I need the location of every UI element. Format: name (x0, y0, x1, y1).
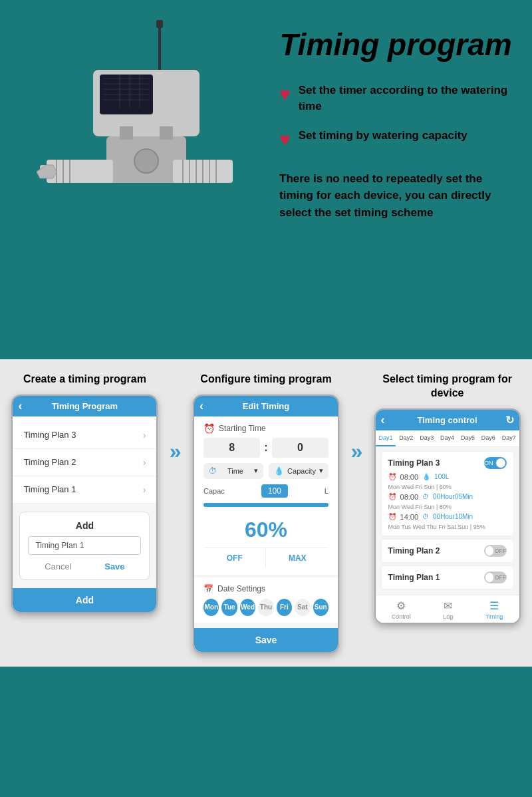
type-row: ⏱ Time ▾ 💧 Capacity ▾ (203, 463, 329, 479)
plan-3-row: Timing Plan 3 ON ⏰ 08:00 💧 100L Mon Wed … (381, 451, 514, 536)
svg-marker-28 (37, 165, 57, 178)
add-dialog-input[interactable]: Timing Plan 1 (28, 536, 141, 555)
date-section: 📅 Date Settings Mon Tue Wed Thu Fri Sat … (194, 577, 338, 623)
sched-volume-icon-1: 💧 (422, 473, 430, 480)
add-dialog-title: Add (28, 520, 141, 531)
feature-item-2: ♥ Set timing by watering capacity (279, 128, 512, 150)
top-section: Timing program ♥ Set the timer according… (0, 0, 532, 359)
tab-day2[interactable]: Day2 (396, 430, 416, 446)
timing-icon: ☰ (489, 599, 499, 612)
step-2-column: Configure timing program ‹ Edit Timing ⏰… (192, 373, 341, 653)
description-text: There is no need to repeatedly set the t… (279, 170, 512, 222)
log-icon: ✉ (444, 599, 452, 612)
timing-list-item-3[interactable]: Timing Plan 3 › (13, 422, 156, 449)
calendar-icon: 📅 (203, 584, 213, 593)
schedule-item-2: ⏰ 08:00 ⏱ 00Hour05Min (388, 493, 507, 501)
timing-list-item-1[interactable]: Timing Plan 1 › (13, 476, 156, 504)
plan-3-header: Timing Plan 3 ON (388, 457, 507, 469)
toggle-knob-off-2 (485, 546, 493, 556)
toggle-knob-off-1 (485, 573, 493, 582)
sched-days-1: Mon Wed Fri Sun | 60% (388, 484, 507, 490)
capacity-type-btn[interactable]: 💧 Capacity ▾ (269, 463, 329, 479)
step-3-title: Select timing program for device (372, 373, 522, 400)
phone-1-title: Timing Program (52, 401, 118, 411)
starting-time-section: ⏰ Starting Time 8 : 0 ⏱ Time ▾ (194, 416, 338, 575)
day-sun[interactable]: Sun (313, 599, 329, 616)
step-3-column: Select timing program for device ‹ Timin… (372, 373, 522, 624)
plan-1-name: Timing Plan 1 (388, 573, 440, 582)
off-button[interactable]: OFF (203, 548, 267, 568)
capacity-type-icon: 💧 (274, 466, 284, 476)
capacity-slider[interactable] (203, 503, 329, 507)
back-arrow-2[interactable]: ‹ (200, 399, 203, 413)
feature-text-1: Set the timer according to the watering … (299, 82, 512, 114)
tab-day5[interactable]: Day5 (458, 430, 478, 446)
step-1-title: Create a timing program (23, 373, 146, 387)
toggle-off-label-2: OFF (495, 548, 507, 554)
capacity-prefix: Capac (203, 487, 225, 495)
day-tue[interactable]: Tue (221, 599, 237, 616)
chevron-3: › (143, 430, 146, 440)
plan-3-name: Timing Plan 3 (388, 458, 440, 468)
nav-timing[interactable]: ☰ Timing (485, 599, 503, 620)
back-arrow-1[interactable]: ‹ (18, 399, 22, 413)
tab-day6[interactable]: Day6 (478, 430, 499, 446)
phone-2-title: Edit Timing (243, 401, 290, 411)
phone-2: ‹ Edit Timing ⏰ Starting Time 8 : 0 (193, 395, 339, 653)
max-button[interactable]: MAX (266, 548, 329, 568)
refresh-icon[interactable]: ↻ (505, 414, 514, 426)
heart-icon-2: ♥ (279, 129, 291, 150)
svg-rect-1 (156, 20, 163, 28)
tab-day4[interactable]: Day4 (437, 430, 458, 446)
l-label: L (325, 487, 329, 495)
day-wed[interactable]: Wed (240, 599, 255, 616)
toggle-on-label: ON (484, 460, 493, 466)
back-arrow-3[interactable]: ‹ (381, 413, 385, 427)
day-thu[interactable]: Thu (258, 599, 273, 616)
cancel-button[interactable]: Cancel (45, 561, 71, 571)
day-sat[interactable]: Sat (295, 599, 310, 616)
arrow-1: » (170, 439, 182, 464)
percent-display: 60% (203, 512, 329, 548)
plan-3-toggle[interactable]: ON (484, 457, 507, 469)
save-button[interactable]: Save (104, 561, 124, 571)
day-fri[interactable]: Fri (277, 599, 292, 616)
dropdown-icon-time: ▾ (254, 466, 258, 475)
plan-2-row: Timing Plan 2 OFF (381, 539, 514, 563)
capacity-value-box[interactable]: 100 (261, 484, 288, 498)
tab-day7[interactable]: Day7 (499, 430, 519, 446)
sched-clock-1: ⏰ (388, 473, 396, 480)
day-mon[interactable]: Mon (203, 599, 219, 616)
timing-list-item-2[interactable]: Timing Plan 2 › (13, 449, 156, 476)
feature-text-2: Set timing by watering capacity (299, 128, 467, 144)
tab-day1[interactable]: Day1 (376, 430, 396, 446)
minute-box[interactable]: 0 (272, 438, 329, 458)
sched-time-3: 14:00 (400, 513, 419, 521)
plan-2-name: Timing Plan 2 (388, 546, 440, 556)
phone-2-save-button[interactable]: Save (194, 628, 338, 652)
arrow-2: » (350, 439, 362, 464)
hour-box[interactable]: 8 (203, 438, 260, 458)
plan-1-toggle[interactable]: OFF (484, 571, 507, 583)
nav-control[interactable]: ⚙ Control (392, 599, 411, 620)
add-button[interactable]: Add (13, 588, 156, 612)
svg-rect-25 (120, 126, 133, 140)
phone-3-body: Day1 Day2 Day3 Day4 Day5 Day6 Day7 Timin… (376, 430, 519, 623)
nav-log[interactable]: ✉ Log (443, 599, 453, 620)
main-title: Timing program (279, 27, 512, 63)
schedule-item-1: ⏰ 08:00 💧 100L (388, 473, 507, 481)
plan-2-toggle[interactable]: OFF (484, 545, 507, 557)
sched-time-2: 08:00 (400, 493, 419, 501)
device-image (13, 20, 266, 273)
clock-icon: ⏰ (203, 423, 215, 434)
time-type-btn[interactable]: ⏱ Time ▾ (203, 463, 263, 479)
sched-clock-2: ⏰ (388, 493, 396, 500)
chevron-1: › (143, 484, 146, 495)
days-row: Mon Tue Wed Thu Fri Sat Sun (203, 599, 329, 616)
add-dialog-buttons: Cancel Save (28, 561, 141, 571)
dropdown-icon-capacity: ▾ (319, 466, 323, 475)
right-content: Timing program ♥ Set the timer according… (266, 20, 512, 221)
tab-day3[interactable]: Day3 (416, 430, 437, 446)
step-2-title: Configure timing program (200, 373, 331, 387)
phone-1-body: Timing Plan 3 › Timing Plan 2 › Timing P… (13, 422, 156, 612)
